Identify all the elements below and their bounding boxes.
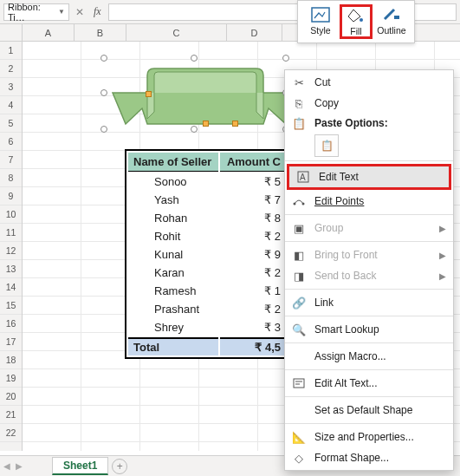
row-header[interactable]: 14 xyxy=(0,278,22,297)
name-box-value: Ribbon: Ti… xyxy=(8,2,58,23)
fill-icon xyxy=(346,7,366,24)
col-header[interactable]: B xyxy=(75,24,126,41)
row-header[interactable]: 19 xyxy=(0,369,22,388)
row-header[interactable]: 10 xyxy=(0,205,22,224)
row-header[interactable]: 12 xyxy=(0,242,22,260)
cut-icon: ✂ xyxy=(292,75,306,89)
row-header[interactable]: 7 xyxy=(0,151,22,169)
col-header[interactable]: D xyxy=(227,24,282,41)
row-header[interactable]: 2 xyxy=(0,60,22,78)
table-row: Karan₹ 2 xyxy=(128,264,286,281)
copy-icon: ⎘ xyxy=(292,96,306,110)
svg-rect-2 xyxy=(394,16,399,19)
format-shape-icon: ◇ xyxy=(292,451,306,465)
fill-label: Fill xyxy=(350,26,361,36)
add-sheet-button[interactable]: + xyxy=(112,459,127,474)
svg-point-6 xyxy=(302,203,305,205)
col-header[interactable]: C xyxy=(126,24,227,41)
style-icon xyxy=(310,6,331,23)
edit-text-icon: A xyxy=(296,170,310,184)
row-header[interactable]: 6 xyxy=(0,133,22,151)
row-headers: 1 2 3 4 5 6 7 8 9 10 11 12 13 14 15 16 1… xyxy=(0,42,23,451)
row-header[interactable]: 3 xyxy=(0,78,22,96)
tab-prev-icon[interactable]: ◀ xyxy=(3,461,10,471)
sheet-tab[interactable]: Sheet1 xyxy=(52,457,108,475)
row-header[interactable]: 13 xyxy=(0,260,22,278)
smart-lookup-icon: 🔍 xyxy=(292,323,306,336)
row-header[interactable]: 17 xyxy=(0,333,22,351)
fx-icon[interactable]: fx xyxy=(94,5,101,18)
table-header: Amount C xyxy=(220,153,286,172)
outline-label: Outline xyxy=(377,25,405,36)
ctx-cut[interactable]: ✂ Cut xyxy=(285,72,453,93)
shape-format-toolbar: Style Fill Outline xyxy=(297,0,415,43)
col-header[interactable]: A xyxy=(23,24,75,41)
plus-icon: + xyxy=(117,460,123,473)
paste-icon: 📋 xyxy=(292,116,306,130)
data-table: Name of Seller Amount C Sonoo₹ 5 Yash₹ 7… xyxy=(125,149,289,359)
chevron-right-icon: ▶ xyxy=(439,271,446,281)
row-header[interactable]: 18 xyxy=(0,351,22,369)
row-header[interactable]: 16 xyxy=(0,315,22,333)
group-icon: ▣ xyxy=(292,221,306,235)
ctx-smart-lookup[interactable]: 🔍 Smart Lookup xyxy=(285,319,453,340)
name-box[interactable]: Ribbon: Ti… ▼ xyxy=(3,3,69,21)
tab-nav[interactable]: ◀ ▶ xyxy=(3,461,23,471)
ctx-group: ▣ Group ▶ xyxy=(285,218,453,238)
ctx-assign-macro[interactable]: Assign Macro... xyxy=(285,346,453,367)
ctx-link[interactable]: 🔗 Link xyxy=(285,292,453,313)
row-header[interactable]: 20 xyxy=(0,388,22,406)
table-row: Yash₹ 7 xyxy=(128,192,286,208)
style-label: Style xyxy=(310,25,330,36)
outline-button[interactable]: Outline xyxy=(374,4,409,39)
row-header[interactable]: 1 xyxy=(0,42,22,60)
edit-points-icon xyxy=(292,194,306,208)
ctx-size-properties[interactable]: 📐 Size and Properties... xyxy=(285,427,453,447)
link-icon: 🔗 xyxy=(292,296,306,310)
row-header[interactable]: 11 xyxy=(0,224,22,242)
chevron-right-icon: ▶ xyxy=(439,224,446,233)
ctx-format-shape[interactable]: ◇ Format Shape... xyxy=(285,447,453,468)
table-total-row: Total ₹ 4,5 xyxy=(128,337,286,355)
svg-text:A: A xyxy=(300,173,306,182)
size-props-icon: 📐 xyxy=(292,430,306,444)
ctx-set-default-shape[interactable]: Set as Default Shape xyxy=(285,400,453,421)
row-header[interactable]: 5 xyxy=(0,114,22,133)
row-header[interactable]: 15 xyxy=(0,297,22,315)
ctx-edit-text[interactable]: A Edit Text xyxy=(289,166,449,187)
tab-next-icon[interactable]: ▶ xyxy=(16,461,23,471)
table-header: Name of Seller xyxy=(128,153,218,172)
ctx-bring-front: ◧ Bring to Front ▶ xyxy=(285,245,453,265)
ctx-edit-alt-text[interactable]: Edit Alt Text... xyxy=(285,373,453,394)
ctx-edit-points[interactable]: Edit Points xyxy=(285,191,453,212)
svg-point-5 xyxy=(294,203,296,205)
clipboard-icon: 📋 xyxy=(321,140,334,152)
svg-rect-7 xyxy=(294,379,304,388)
table-row: Ramesh₹ 1 xyxy=(128,283,286,299)
alt-text-icon xyxy=(292,376,306,390)
fill-button[interactable]: Fill xyxy=(340,4,373,39)
chevron-down-icon: ▼ xyxy=(58,8,65,16)
bring-front-icon: ◧ xyxy=(292,248,306,262)
row-header[interactable]: 4 xyxy=(0,96,22,114)
table-row: Rohit₹ 2 xyxy=(128,228,286,245)
context-menu: ✂ Cut ⎘ Copy 📋 Paste Options: 📋 A Edit T… xyxy=(284,69,454,471)
svg-point-1 xyxy=(360,18,363,22)
ctx-paste-default[interactable]: 📋 xyxy=(314,134,339,157)
style-button[interactable]: Style xyxy=(303,4,338,39)
table-row: Kunal₹ 9 xyxy=(128,246,286,263)
row-header[interactable]: 22 xyxy=(0,424,22,442)
row-header[interactable]: 9 xyxy=(0,187,22,205)
ctx-send-back: ◨ Send to Back ▶ xyxy=(285,265,453,286)
row-header[interactable]: 8 xyxy=(0,169,22,187)
ctx-paste-options-header: 📋 Paste Options: xyxy=(285,114,453,133)
ctx-copy[interactable]: ⎘ Copy xyxy=(285,93,453,114)
send-back-icon: ◨ xyxy=(292,269,306,283)
table-row: Sonoo₹ 5 xyxy=(128,173,286,190)
cancel-formula-icon[interactable]: ✕ xyxy=(73,5,87,19)
table-row: Prashant₹ 2 xyxy=(128,301,286,317)
ribbon-shape[interactable] xyxy=(104,58,289,131)
chevron-right-icon: ▶ xyxy=(439,251,446,260)
row-header[interactable]: 21 xyxy=(0,406,22,424)
table-row: Shrey₹ 3 xyxy=(128,319,286,336)
